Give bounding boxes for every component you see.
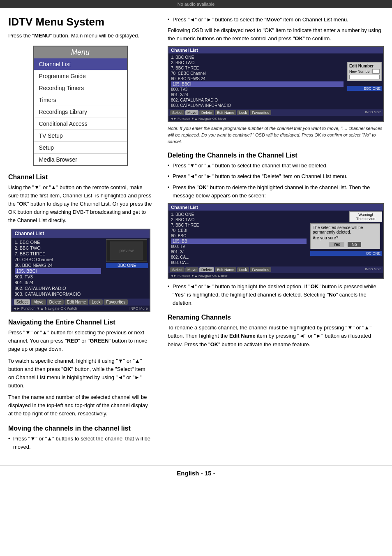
del-nav-bar: ◄► Function ▼▲ Navigate OK Delete bbox=[168, 273, 383, 278]
cl-tab-move[interactable]: Move bbox=[31, 299, 46, 305]
d-ch-1: 1. BBC ONE bbox=[171, 212, 307, 217]
footer-text: English - 15 - bbox=[177, 470, 215, 477]
nav-body1: Press "▼" or "▲" button for selecting th… bbox=[8, 329, 152, 353]
move-tab-favs[interactable]: Favourites bbox=[250, 110, 271, 115]
cl-tab-select[interactable]: Select bbox=[14, 299, 30, 305]
m-ch-10: 803. CATALUNYA INFORMACIÓ bbox=[171, 103, 344, 108]
menu-item-setup[interactable]: Setup bbox=[34, 142, 127, 154]
d-ch-5: 80. BBC bbox=[171, 233, 307, 239]
d-ch-2: 2. BBC TWO bbox=[171, 217, 307, 222]
move-tab-editname[interactable]: Edit Name bbox=[215, 110, 236, 115]
move-cl-footer: Select Move Delete Edit Name Lock Favour… bbox=[168, 109, 383, 116]
warning-box: Warning!The service bbox=[349, 211, 382, 222]
m-ch-3: 7. BBC THREE bbox=[171, 65, 344, 71]
deleting-heading: Deleting the Channels in the Channel Lis… bbox=[168, 152, 384, 159]
cl-preview-image: preview bbox=[106, 239, 147, 262]
m-ch-9: 802. CATALUNYA RÀDIO bbox=[171, 97, 344, 103]
renaming-body: To rename a specific channel, the channe… bbox=[168, 324, 384, 348]
move-channel-list: Channel List 1. BBC ONE 2. BBC TWO 7. BB… bbox=[168, 46, 384, 122]
cl-ch-5: 80. BBC NEWS 24 bbox=[15, 262, 101, 268]
del-tab-editname[interactable]: Edit Name bbox=[215, 267, 236, 272]
menu-item-programme-guide[interactable]: Programme Guide bbox=[34, 70, 127, 82]
menu-box: Menu Channel List Programme Guide Record… bbox=[33, 46, 128, 166]
move-bbc-label: BBC ONE bbox=[347, 86, 382, 91]
cl-tab-editname[interactable]: Edit Name bbox=[65, 299, 89, 305]
del-bullet4: Press "◄" or "►" button to highlight the… bbox=[168, 283, 384, 307]
del-bullet3: Press the "OK" button to delete the high… bbox=[168, 183, 384, 200]
move-tab-move[interactable]: Move bbox=[185, 110, 198, 115]
move-cl-right: Edit Number New Number BBC ONE bbox=[346, 53, 383, 109]
cl-preview-area: preview BBC ONE bbox=[104, 238, 150, 299]
move-tab-lock[interactable]: Lock bbox=[237, 110, 249, 115]
nav-body2: To watch a specific channel, highlight i… bbox=[8, 357, 152, 390]
m-ch-8: 801. 3/24 bbox=[171, 92, 344, 97]
banner-text: No audio available bbox=[178, 2, 215, 7]
move-bullet2: Press "◄" or "►" buttons to select the "… bbox=[168, 16, 384, 24]
menu-item-tv-setup[interactable]: TV Setup bbox=[34, 130, 127, 142]
cl-ch-8: 801. 3/24 bbox=[15, 280, 101, 285]
page-title: IDTV Menu System bbox=[8, 16, 152, 28]
dialog-text2: Are you sure? bbox=[313, 236, 378, 240]
del-tab-select[interactable]: Select bbox=[170, 267, 184, 272]
cl-tabs: Select Move Delete Edit Name Lock Favour… bbox=[14, 299, 128, 305]
cl-ch-10: 803. CATALUNYA INFORMACIÓ bbox=[15, 291, 101, 297]
del-tab-favs[interactable]: Favourites bbox=[250, 267, 271, 272]
cl-nav-text: ◄► Function ▼▲ Navigate OK Watch bbox=[13, 306, 77, 310]
dialog-no-btn[interactable]: No bbox=[348, 242, 361, 247]
del-bbc-label: BC ONE bbox=[310, 251, 382, 256]
menu-item-timers[interactable]: Timers bbox=[34, 94, 127, 106]
menu-item-media-browser[interactable]: Media Browser bbox=[34, 154, 127, 165]
del-channel-list: Channel List 1. BBC ONE 2. BBC TWO 7. BB… bbox=[168, 203, 384, 279]
new-number-label: New Number bbox=[349, 70, 371, 74]
move-nav-right: INFO More bbox=[365, 110, 381, 115]
renaming-heading: Renaming Channels bbox=[168, 314, 384, 321]
cl-ch-9: 802. CATALUNYA RADIO bbox=[15, 285, 101, 291]
del-nav-right: INFO More bbox=[365, 267, 381, 272]
cl-ch-1: 1. BBC ONE bbox=[15, 239, 101, 245]
moving-bullet1: Press "▼" or "▲" buttons to select the c… bbox=[8, 435, 152, 451]
dialog-text1: The selected service will be permanently… bbox=[313, 225, 378, 234]
menu-item-conditional-access[interactable]: Conditional Access bbox=[34, 118, 127, 130]
dialog-yes-btn[interactable]: Yes bbox=[329, 242, 344, 247]
d-ch-8: 801. 3/ bbox=[171, 249, 307, 255]
cl-channel-label: BBC ONE bbox=[106, 263, 148, 268]
del-cl-footer: Select Move Delete Edit Name Lock Favour… bbox=[168, 266, 383, 273]
cl-tab-delete[interactable]: Delete bbox=[47, 299, 64, 305]
page-footer: English - 15 - bbox=[0, 465, 392, 481]
cl-tab-favourites[interactable]: Favourites bbox=[104, 299, 128, 305]
move-osd-body: Following OSD will be displayed next to … bbox=[168, 26, 384, 43]
channel-list-heading: Channel List bbox=[8, 174, 152, 181]
menu-title: Menu bbox=[34, 46, 127, 58]
moving-heading: Moving the channels in the channel list bbox=[8, 425, 152, 432]
menu-item-recordings-library[interactable]: Recordings Library bbox=[34, 106, 127, 118]
d-ch-3: 7. BBC THREE bbox=[171, 222, 307, 228]
menu-item-recording-timers[interactable]: Recording Timers bbox=[34, 82, 127, 94]
right-column: Press "◄" or "►" buttons to select the "… bbox=[160, 8, 392, 461]
del-tab-lock[interactable]: Lock bbox=[237, 267, 249, 272]
m-ch-6: 105. BBCI bbox=[171, 81, 344, 87]
new-number-input[interactable] bbox=[372, 69, 380, 74]
cl-channels-list: 1. BBC ONE 2. BBC TWO 7. BBC THREE 70. C… bbox=[12, 238, 104, 299]
m-ch-1: 1. BBC ONE bbox=[171, 55, 344, 60]
d-ch-10: 803. CA... bbox=[171, 260, 307, 265]
del-tab-move[interactable]: Move bbox=[185, 267, 198, 272]
del-tab-delete[interactable]: Delete bbox=[199, 267, 214, 272]
move-tab-select[interactable]: Select bbox=[170, 110, 184, 115]
cl-ch-7: 800. TV3 bbox=[15, 274, 101, 280]
move-tab-delete[interactable]: Delete bbox=[199, 110, 214, 115]
cl-tab-lock[interactable]: Lock bbox=[89, 299, 103, 305]
m-ch-7: 800. TV3 bbox=[171, 87, 344, 92]
cl-nav-bar: ◄► Function ▼▲ Navigate OK Watch INFO Mo… bbox=[12, 306, 150, 311]
cl-ch-2: 2. BBC TWO bbox=[15, 245, 101, 251]
intro-text: Press the "MENU" button. Main menu will … bbox=[8, 32, 152, 40]
cl-ch-3: 7. BBC THREE bbox=[15, 251, 101, 257]
navigating-heading: Navigating the Entire Channel List bbox=[8, 319, 152, 326]
menu-item-channel-list[interactable]: Channel List bbox=[34, 58, 127, 70]
edit-number-input[interactable] bbox=[349, 75, 380, 79]
move-cl-channels: 1. BBC ONE 2. BBC TWO 7. BBC THREE 70. C… bbox=[168, 53, 346, 109]
move-cl-header: Channel List bbox=[168, 47, 383, 53]
del-bullet1: Press "▼" or "▲" button to select the ch… bbox=[168, 162, 384, 170]
del-cl-channels: 1. BBC ONE 2. BBC TWO 7. BBC THREE 70. C… bbox=[168, 211, 309, 266]
left-column: IDTV Menu System Press the "MENU" button… bbox=[0, 8, 160, 461]
del-cl-header: Channel List bbox=[168, 204, 383, 211]
